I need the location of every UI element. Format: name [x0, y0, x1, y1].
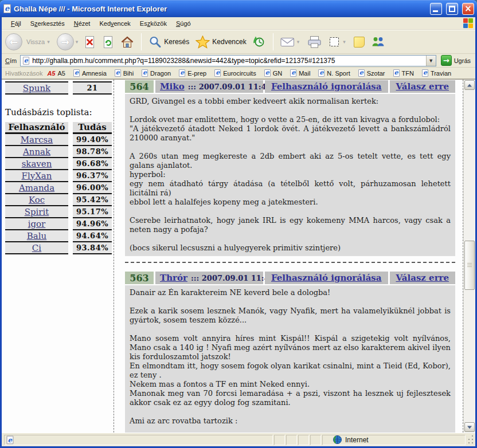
toplist-row: Marcsa 99.40% [5, 134, 114, 146]
scroll-down-button[interactable] [464, 422, 475, 432]
notes-button[interactable] [351, 35, 367, 49]
scrollbar-thumb[interactable] [464, 241, 475, 290]
user-link[interactable]: Koc [5, 194, 68, 206]
user-link[interactable]: Marcsa [5, 134, 68, 146]
address-input[interactable]: http://ghalla.pbm.hu/comment.php?q=11890… [20, 55, 436, 66]
status-bar: Internet [2, 433, 475, 446]
toplist-row: igor 94.96% [5, 218, 114, 230]
search-button[interactable]: Keresés [146, 34, 191, 50]
ignore-user-link[interactable]: Felhasználó ignorálása [271, 81, 382, 92]
messenger-icon [371, 36, 385, 48]
post-date: 2007.09.01 11:45 [199, 82, 272, 91]
user-link[interactable]: Annak [5, 146, 68, 158]
address-label: Cím [4, 57, 17, 64]
page-content: Spunk 21 Tudásbázis toplista: Felhasznál… [2, 79, 475, 433]
links-bar-item[interactable]: Dragon [142, 69, 171, 77]
close-button[interactable]: × [462, 3, 474, 15]
address-dropdown-button[interactable]: ▼ [426, 56, 436, 66]
forward-button[interactable]: → [57, 33, 74, 50]
user-link[interactable]: Spunk [5, 82, 68, 95]
maximize-button[interactable] [446, 3, 458, 15]
post-header: 564 Miko ::: 2007.09.01 11:45 i Felhaszn… [125, 80, 455, 93]
ie-favicon [142, 69, 148, 77]
close-icon: × [463, 3, 474, 14]
reply-link[interactable]: Válasz erre [396, 81, 449, 92]
knowledge-value: 96.68% [73, 158, 112, 170]
menu-item[interactable]: Szerkesztés [26, 18, 69, 29]
ie-favicon [290, 69, 296, 77]
links-bar-item[interactable]: A5 A5 [47, 70, 65, 77]
history-button[interactable] [251, 34, 268, 50]
print-icon [307, 36, 322, 49]
mail-icon [280, 37, 295, 48]
links-bar-item[interactable]: E-prep [179, 69, 206, 77]
back-dropdown-icon[interactable]: ▾ [47, 39, 50, 45]
edit-button[interactable]: ▾ [326, 34, 350, 50]
links-bar-item[interactable]: TFN [393, 69, 414, 77]
links-bar-item[interactable]: N. Sport [318, 69, 350, 77]
author-link[interactable]: Miko [160, 81, 185, 92]
user-link[interactable]: FlyXan [5, 170, 68, 182]
go-label: Ugrás [454, 57, 471, 64]
go-button[interactable]: → [441, 55, 452, 66]
home-button[interactable] [118, 34, 136, 50]
thumb-grip-icon [467, 263, 472, 268]
user-link[interactable]: Spirit [5, 206, 68, 218]
links-bar-item[interactable]: Amnesia [73, 69, 107, 77]
author-link[interactable]: Thrór [160, 273, 187, 283]
favorites-button[interactable]: Kedvencek [193, 34, 248, 50]
knowledge-value: 95.17% [73, 206, 112, 218]
user-link[interactable]: Amanda [5, 182, 68, 194]
scroll-up-button[interactable] [464, 80, 475, 90]
forward-dropdown-icon[interactable]: ▾ [76, 39, 79, 45]
toplist-row: Annak 98.78% [5, 146, 114, 158]
knowledge-value: 95.42% [73, 194, 112, 206]
post-author-bar: Miko ::: 2007.09.01 11:45 i [155, 80, 263, 93]
go-area: → Ugrás [440, 55, 473, 66]
mail-dropdown-icon[interactable]: ▾ [297, 39, 300, 45]
post-564: 564 Miko ::: 2007.09.01 11:45 i Felhaszn… [125, 80, 455, 263]
links-bar-item[interactable]: GN [264, 69, 283, 77]
menu-item[interactable]: Súgó [171, 18, 196, 29]
menu-item[interactable]: Kedvencek [95, 18, 135, 29]
mail-button[interactable]: ▾ [278, 35, 304, 49]
links-bar-item[interactable]: Szotar [358, 69, 385, 77]
minimize-button[interactable] [430, 3, 442, 15]
reply-link[interactable]: Válasz erre [396, 273, 449, 283]
column-user: Felhasználó [5, 122, 68, 134]
edit-dropdown-icon[interactable]: ▾ [343, 39, 346, 45]
address-url[interactable]: http://ghalla.pbm.hu/comment.php?q=11890… [32, 57, 423, 65]
reply-cell: Válasz erre [390, 272, 455, 284]
back-button[interactable]: ← [5, 33, 22, 50]
status-panel [298, 435, 309, 445]
ignore-user-cell: Felhasználó ignorálása [265, 80, 388, 93]
user-link[interactable]: igor [5, 218, 68, 230]
stop-button[interactable] [81, 34, 98, 50]
menu-item[interactable]: Nézet [69, 18, 95, 29]
ie-app-icon [3, 4, 11, 13]
status-panel [274, 435, 285, 445]
search-label: Keresés [164, 38, 189, 46]
ie-favicon [422, 69, 428, 77]
user-link[interactable]: skaven [5, 158, 68, 170]
ignore-user-link[interactable]: Felhasználó ignorálása [271, 273, 382, 283]
browser-window: Ghalla Népe /// - Microsoft Internet Exp… [0, 0, 477, 448]
menu-item[interactable]: Eszközök [135, 18, 171, 29]
resize-grip[interactable] [467, 435, 474, 445]
links-bar-item[interactable]: Eurocircuits [214, 69, 256, 77]
links-bar-item[interactable]: Bihi [115, 69, 134, 77]
edit-selection-icon [328, 36, 341, 48]
links-bar-item[interactable]: Mail [290, 69, 310, 77]
messenger-button[interactable] [369, 34, 388, 50]
menu-item[interactable]: Fájl [6, 18, 26, 29]
knowledge-value: 93.84% [73, 242, 112, 254]
post-author-bar: Thrór ::: 2007.09.01 11:41 i [155, 272, 263, 284]
ie-favicon [214, 69, 221, 77]
refresh-button[interactable] [100, 34, 116, 50]
user-link[interactable]: Balu [5, 230, 68, 242]
post-paragraph: Cserebe leirhatnatok, hogy janek IRL is … [130, 216, 451, 234]
user-link[interactable]: Ci [5, 242, 68, 254]
print-button[interactable] [305, 34, 324, 50]
links-bar-item[interactable]: Travian [422, 69, 451, 77]
vertical-scrollbar[interactable] [463, 80, 475, 433]
